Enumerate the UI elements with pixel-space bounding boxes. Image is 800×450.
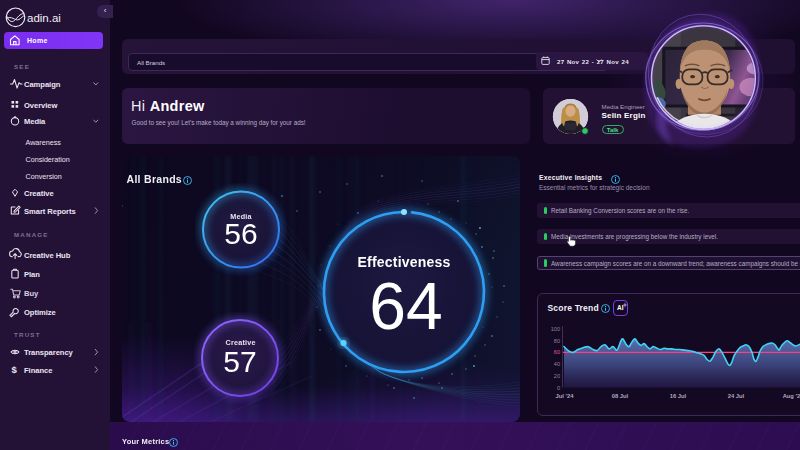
svg-text:Media: Media <box>24 117 46 126</box>
svg-text:TRUST: TRUST <box>14 331 41 338</box>
svg-text:0: 0 <box>557 385 560 391</box>
svg-text:Creative Hub: Creative Hub <box>24 251 71 260</box>
svg-text:Smart Reports: Smart Reports <box>24 207 76 216</box>
svg-text:Finance: Finance <box>24 366 52 375</box>
svg-text:Jul '24: Jul '24 <box>556 393 575 399</box>
svg-text:80: 80 <box>554 338 560 344</box>
svg-text:$: $ <box>12 364 18 375</box>
svg-text:Conversion: Conversion <box>26 172 62 181</box>
svg-text:16 Jul: 16 Jul <box>670 393 687 399</box>
svg-text:08 Jul: 08 Jul <box>612 393 629 399</box>
svg-text:MANAGE: MANAGE <box>14 231 49 238</box>
svg-text:Optimize: Optimize <box>24 308 56 317</box>
svg-text:Awareness: Awareness <box>26 138 62 147</box>
svg-text:60: 60 <box>554 349 560 355</box>
svg-text:Plan: Plan <box>24 270 40 279</box>
svg-text:100: 100 <box>551 326 560 332</box>
svg-text:Transparency: Transparency <box>24 348 74 357</box>
svg-text:Aug '24: Aug '24 <box>783 393 800 399</box>
svg-text:Home: Home <box>27 37 48 44</box>
svg-text:24 Jul: 24 Jul <box>728 393 745 399</box>
svg-text:SEE: SEE <box>14 63 30 70</box>
svg-text:Campaign: Campaign <box>24 80 61 89</box>
svg-text:20: 20 <box>554 373 560 379</box>
svg-text:Consideration: Consideration <box>26 155 70 164</box>
svg-text:Buy: Buy <box>24 289 39 298</box>
svg-text:Creative: Creative <box>24 189 54 198</box>
svg-text:40: 40 <box>554 361 560 367</box>
svg-text:Overview: Overview <box>24 101 58 110</box>
